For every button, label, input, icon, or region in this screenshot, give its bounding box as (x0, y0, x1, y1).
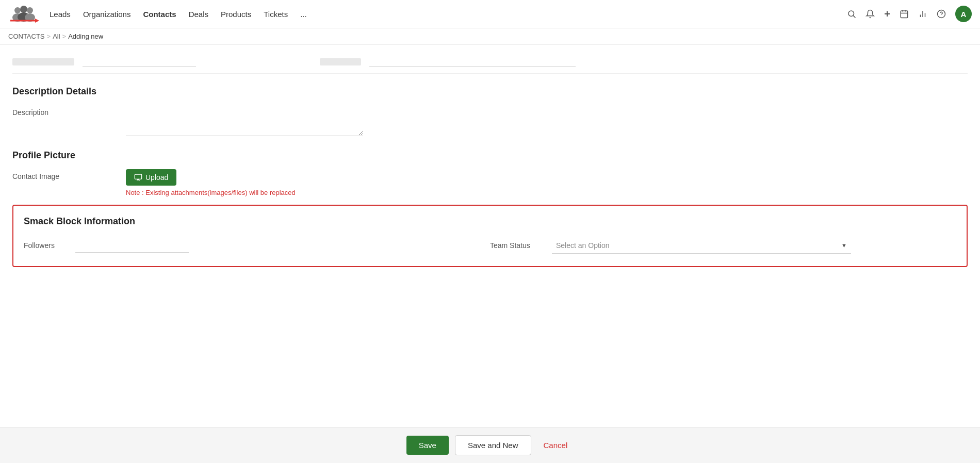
calendar-button[interactable] (900, 9, 909, 19)
upload-button[interactable]: Upload (126, 169, 176, 186)
upload-label: Upload (145, 173, 168, 181)
description-section-title: Description Details (12, 86, 968, 97)
user-avatar[interactable]: A (955, 6, 972, 22)
team-status-label: Team Status (490, 241, 552, 250)
contact-image-label: Contact Image (12, 169, 126, 180)
smack-left: Followers (24, 238, 490, 253)
description-input[interactable] (126, 105, 363, 136)
breadcrumb-sep1: > (47, 32, 51, 40)
nav-organizations[interactable]: Organizations (83, 10, 131, 19)
chart-button[interactable] (918, 9, 927, 19)
breadcrumb: CONTACTS > All > Adding new (0, 28, 980, 45)
nav-products[interactable]: Products (221, 10, 251, 19)
followers-input[interactable] (75, 238, 189, 253)
profile-section-title: Profile Picture (12, 150, 968, 161)
upload-field: Upload Note : Existing attachments(image… (126, 169, 968, 196)
svg-point-2 (27, 7, 33, 13)
svg-point-1 (20, 6, 27, 13)
notifications-button[interactable] (865, 9, 875, 19)
smack-block-section: Smack Block Information Followers Team S… (12, 205, 968, 267)
breadcrumb-current: Adding new (68, 32, 103, 40)
nav-deals[interactable]: Deals (189, 10, 208, 19)
nav-links: Leads Organizations Contacts Deals Produ… (50, 10, 847, 19)
smack-block-title: Smack Block Information (24, 216, 956, 227)
description-row: Description (12, 105, 968, 138)
search-button[interactable] (847, 9, 856, 19)
svg-rect-19 (135, 174, 141, 179)
team-status-select-wrapper: Select an Option (552, 237, 851, 254)
team-status-select[interactable]: Select an Option (552, 237, 851, 254)
svg-point-0 (14, 7, 21, 13)
description-field (126, 105, 968, 138)
nav-more[interactable]: ... (300, 10, 307, 19)
logo[interactable] (8, 4, 39, 24)
nav-leads[interactable]: Leads (50, 10, 71, 19)
breadcrumb-contacts[interactable]: CONTACTS (8, 32, 45, 40)
contact-image-row: Contact Image Upload Note : Existing att… (12, 169, 968, 196)
navbar: Leads Organizations Contacts Deals Produ… (0, 0, 980, 28)
smack-form-row: Followers Team Status Select an Option (24, 237, 956, 254)
nav-contacts[interactable]: Contacts (143, 10, 176, 19)
partial-top-row (12, 57, 968, 74)
help-button[interactable] (937, 9, 946, 19)
followers-label: Followers (24, 241, 75, 250)
page-content: Description Details Description Profile … (0, 57, 980, 319)
breadcrumb-all[interactable]: All (53, 32, 60, 40)
smack-right: Team Status Select an Option (490, 237, 956, 254)
svg-marker-7 (35, 19, 39, 23)
navbar-actions: + A (847, 6, 972, 22)
svg-line-9 (854, 15, 856, 18)
description-label: Description (12, 105, 126, 117)
upload-icon (134, 173, 142, 181)
svg-point-8 (848, 11, 854, 16)
nav-tickets[interactable]: Tickets (264, 10, 288, 19)
add-button[interactable]: + (884, 8, 890, 20)
svg-rect-10 (901, 11, 908, 18)
upload-note: Note : Existing attachments(images/files… (126, 189, 968, 196)
breadcrumb-sep2: > (62, 32, 67, 40)
